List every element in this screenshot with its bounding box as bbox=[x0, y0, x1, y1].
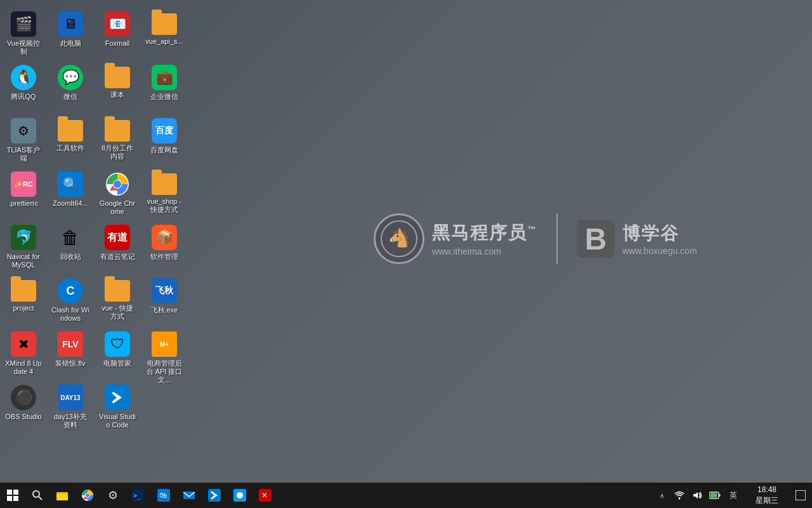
svg-rect-34 bbox=[796, 490, 806, 500]
icon-label-this-pc: 此电脑 bbox=[60, 39, 81, 48]
svg-point-11 bbox=[33, 491, 39, 497]
itheima-brand: 黑马程序员™ bbox=[432, 221, 537, 245]
desktop-icon-project[interactable]: project bbox=[2, 274, 45, 325]
icon-label-wechat: 微信 bbox=[63, 93, 77, 101]
svg-rect-7 bbox=[7, 490, 12, 495]
icon-label-august-work: 8月份工作内容 bbox=[98, 144, 136, 161]
desktop-icon-vscode[interactable]: Visual Studio Code bbox=[96, 381, 139, 432]
svg-rect-32 bbox=[719, 494, 721, 497]
desktop-icon-obs[interactable]: ⚫ OBS Studio bbox=[2, 381, 45, 432]
icon-label-vue-api-shortcut: vue_api_s... bbox=[145, 37, 183, 46]
desktop-icon-pc-manager[interactable]: 🛡 电脑管家 bbox=[96, 328, 139, 378]
boxuegu-logo: B 博学谷 www.boxuegu.com bbox=[577, 220, 697, 258]
start-button[interactable] bbox=[0, 483, 25, 508]
desktop-icon-vue-api-shortcut[interactable]: vue_api_s... bbox=[143, 8, 186, 58]
desktop-icon-vue-shortcut[interactable]: vue - 快捷方式 bbox=[96, 274, 139, 325]
icon-label-ecommerce-api: 电商管理后台 API 接口文... bbox=[145, 359, 183, 385]
clock-date: 星期三 bbox=[756, 495, 778, 506]
taskbar-app-file-explorer[interactable] bbox=[49, 483, 75, 508]
center-watermark: 🐴 黑马程序员™ www.itheima.com B 博学谷 www.boxue… bbox=[374, 213, 697, 264]
icon-label-xmind: XMind 8 Update 4 bbox=[4, 359, 43, 376]
taskbar-search-button[interactable] bbox=[25, 483, 49, 508]
taskbar-app-mail[interactable] bbox=[176, 483, 202, 508]
svg-text:✕: ✕ bbox=[261, 491, 268, 500]
icon-label-obs: OBS Studio bbox=[5, 413, 41, 421]
desktop-icon-vue-control[interactable]: 🎬 Vue视频控制 bbox=[2, 8, 45, 58]
taskbar-pinned-apps: ⚙ >_ 🛍 bbox=[49, 483, 278, 508]
svg-text:>_: >_ bbox=[133, 492, 141, 500]
desktop-icon-prettierrc[interactable]: ✨RC .prettierrc bbox=[2, 168, 45, 218]
desktop-icon-recycle-bin[interactable]: 🗑 回收站 bbox=[49, 221, 92, 272]
taskbar-app-settings[interactable]: ⚙ bbox=[100, 483, 126, 508]
desktop-icon-baidu-netdisk[interactable]: 百度 百度网盘 bbox=[143, 114, 186, 165]
tray-battery-icon[interactable] bbox=[707, 483, 723, 508]
desktop-icon-feiyu[interactable]: 飞秋 飞秋.exe bbox=[143, 274, 186, 325]
desktop-icon-lessons[interactable]: 课本 bbox=[96, 61, 139, 112]
boxuegu-url: www.boxuegu.com bbox=[622, 246, 697, 256]
tray-keyboard-layout[interactable]: 英 bbox=[724, 483, 742, 508]
icon-label-foxmail: Foxmail bbox=[105, 39, 130, 48]
icon-label-chrome: Google Chrome bbox=[98, 199, 136, 216]
desktop-icon-wecom[interactable]: 💼 企业微信 bbox=[143, 61, 186, 112]
boxuegu-brand: 博学谷 bbox=[622, 222, 697, 246]
taskbar-clock[interactable]: 18:48 星期三 bbox=[745, 485, 789, 506]
icon-label-vue-shop-shortcut: vue_shop - 快捷方式 bbox=[145, 197, 183, 214]
icon-label-wecom: 企业微信 bbox=[150, 93, 178, 101]
taskbar-tray: ∧ bbox=[651, 483, 812, 508]
desktop-icon-flv[interactable]: FLV 装错惊.flv bbox=[49, 328, 92, 378]
desktop: 🎬 Vue视频控制 🐧 腾讯QQ ⚙ TLIAS客户端 ✨RC .prettie… bbox=[0, 0, 812, 483]
taskbar-app-vscode[interactable] bbox=[202, 483, 227, 508]
boxuegu-b-icon: B bbox=[577, 220, 615, 258]
desktop-icon-this-pc[interactable]: 🖥 此电脑 bbox=[49, 8, 92, 58]
taskbar-app-store[interactable]: 🛍 bbox=[151, 483, 176, 508]
svg-point-19 bbox=[86, 493, 89, 497]
svg-rect-15 bbox=[56, 492, 68, 494]
icon-label-baidu-netdisk: 百度网盘 bbox=[150, 146, 178, 154]
desktop-icon-day13[interactable]: DAY13 day13补充资料 bbox=[49, 381, 92, 432]
svg-point-27 bbox=[237, 492, 243, 498]
taskbar-app-terminal[interactable]: >_ bbox=[126, 483, 151, 508]
icon-label-software-manager: 软件管理 bbox=[150, 253, 178, 261]
desktop-icon-chrome[interactable]: Google Chrome bbox=[96, 168, 139, 218]
desktop-icon-august-work[interactable]: 8月份工作内容 bbox=[96, 114, 139, 165]
desktop-icon-navicat[interactable]: 🐬 Navicat for MySQL bbox=[2, 221, 45, 272]
desktop-icon-ecommerce-api[interactable]: M+ 电商管理后台 API 接口文... bbox=[143, 328, 186, 378]
desktop-icon-software-manager[interactable]: 📦 软件管理 bbox=[143, 221, 186, 272]
svg-rect-14 bbox=[56, 494, 68, 500]
icon-label-feiyu: 飞秋.exe bbox=[151, 306, 178, 314]
svg-rect-9 bbox=[7, 496, 12, 501]
desktop-icon-tlias[interactable]: ⚙ TLIAS客户端 bbox=[2, 114, 45, 165]
taskbar-app-chrome[interactable] bbox=[75, 483, 100, 508]
desktop-icon-vue-shop-shortcut[interactable]: vue_shop - 快捷方式 bbox=[143, 168, 186, 218]
icon-label-navicat: Navicat for MySQL bbox=[4, 253, 43, 269]
desktop-icon-grid: 🎬 Vue视频控制 🐧 腾讯QQ ⚙ TLIAS客户端 ✨RC .prettie… bbox=[0, 0, 165, 483]
desktop-icon-xmind[interactable]: ✖ XMind 8 Update 4 bbox=[2, 328, 45, 378]
svg-point-30 bbox=[679, 498, 681, 500]
icon-label-tools-software: 工具软件 bbox=[56, 144, 84, 152]
desktop-icon-qq[interactable]: 🐧 腾讯QQ bbox=[2, 61, 45, 112]
desktop-icon-clash[interactable]: C Clash for Windows bbox=[49, 274, 92, 325]
system-tray: ∧ bbox=[651, 483, 745, 508]
icon-label-zoomit: ZoomIt64... bbox=[53, 199, 88, 208]
desktop-icon-tools-software[interactable]: 工具软件 bbox=[49, 114, 92, 165]
tray-show-hidden[interactable]: ∧ bbox=[653, 483, 670, 508]
icon-label-vscode: Visual Studio Code bbox=[98, 413, 136, 429]
tray-network-icon[interactable] bbox=[671, 483, 688, 508]
icon-label-clash: Clash for Windows bbox=[51, 306, 89, 323]
taskbar-app-unknown2[interactable]: ✕ bbox=[252, 483, 278, 508]
itheima-logo: 🐴 黑马程序员™ www.itheima.com bbox=[374, 213, 537, 264]
boxuegu-text-block: 博学谷 www.boxuegu.com bbox=[622, 222, 697, 256]
desktop-icon-wechat[interactable]: 💬 微信 bbox=[49, 61, 92, 112]
taskbar-app-unknown1[interactable] bbox=[227, 483, 252, 508]
clock-time: 18:48 bbox=[757, 485, 776, 495]
tray-volume-icon[interactable] bbox=[689, 483, 705, 508]
icon-label-day13: day13补充资料 bbox=[51, 413, 89, 429]
svg-rect-8 bbox=[13, 490, 18, 495]
svg-rect-33 bbox=[710, 493, 717, 498]
icon-label-qq: 腾讯QQ bbox=[11, 93, 36, 101]
desktop-icon-zoomit[interactable]: 🔍 ZoomIt64... bbox=[49, 168, 92, 218]
icon-label-flv: 装错惊.flv bbox=[55, 359, 85, 368]
desktop-icon-youdao[interactable]: 有道 有道云笔记 bbox=[96, 221, 139, 272]
desktop-icon-foxmail[interactable]: 📧 Foxmail bbox=[96, 8, 139, 58]
notification-center[interactable] bbox=[789, 483, 812, 508]
